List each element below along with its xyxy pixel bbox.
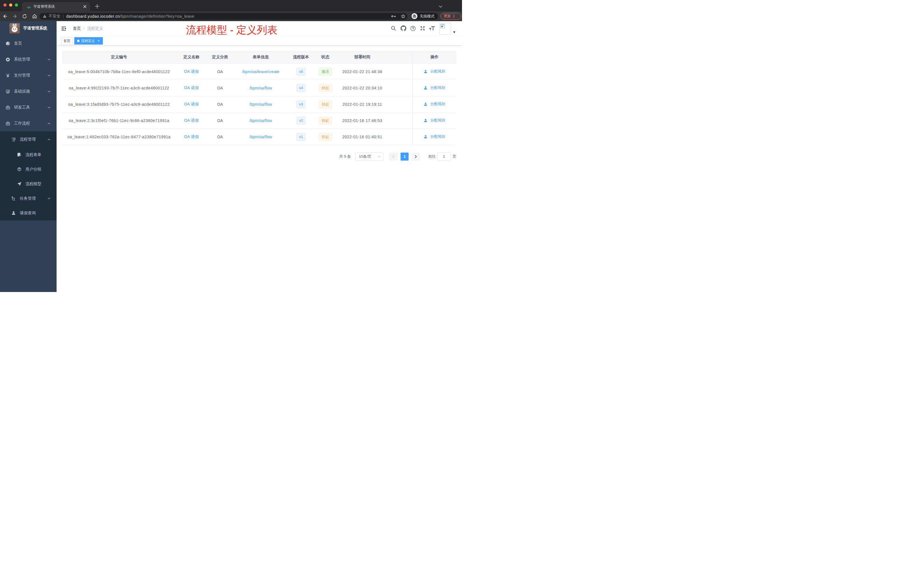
breadcrumb-home[interactable]: 首页 <box>73 26 81 31</box>
tab-close-icon[interactable] <box>82 4 87 9</box>
github-icon[interactable] <box>401 25 406 31</box>
forward-button[interactable] <box>13 14 18 19</box>
table-row: oa_leave:2:3c1f0ef1-76b1-11ec-9c66-a2380… <box>62 112 456 129</box>
bookmark-star-icon[interactable] <box>401 14 406 19</box>
sidebar-item-基础设施[interactable]: 基础设施 <box>0 83 56 99</box>
sidebar-item-用户分组[interactable]: 用户分组 <box>0 162 56 177</box>
toolbox-icon <box>6 106 10 110</box>
browser-menu-dots-icon[interactable] <box>454 15 454 18</box>
browser-tab[interactable]: 芋道管理系统 <box>22 2 90 11</box>
user-avatar-broken-image[interactable] <box>439 23 451 35</box>
chevron-down-icon <box>48 106 51 109</box>
form-link[interactable]: /bpm/oa/flow <box>249 102 272 107</box>
sidebar-item-label: 请假查询 <box>20 211 36 216</box>
sidebar-item-研发工具[interactable]: 研发工具 <box>0 99 56 115</box>
next-page-button[interactable] <box>411 153 420 160</box>
assign-rule-button[interactable]: 分配规则 <box>424 134 445 139</box>
sidebar-item-任务管理[interactable]: 任务管理 <box>0 191 56 206</box>
window-zoom-button[interactable] <box>15 3 18 7</box>
tab-search-chevron-icon[interactable] <box>438 4 443 9</box>
goto-label: 前往 <box>428 154 436 159</box>
sidebar-item-支付管理[interactable]: 支付管理 <box>0 68 56 83</box>
sidebar-item-首页[interactable]: 首页 <box>0 35 56 51</box>
form-link[interactable]: /bpm/oa/flow <box>249 135 272 139</box>
form-link[interactable]: /bpm/oa/flow <box>249 86 272 90</box>
sidebar-item-系统管理[interactable]: 系统管理 <box>0 51 56 68</box>
assign-rule-button[interactable]: 分配规则 <box>424 69 445 74</box>
status-tag: 挂起 <box>314 112 337 129</box>
form-link[interactable]: /bpm/oa/leave/create <box>242 69 279 74</box>
app-title: 芋道管理系统 <box>23 26 47 31</box>
home-button[interactable] <box>32 14 37 19</box>
sidebar-item-label: 研发工具 <box>14 105 30 110</box>
window-close-button[interactable] <box>3 3 7 7</box>
definition-name-link[interactable]: OA 请假 <box>184 69 198 74</box>
sidebar-item-工作流程[interactable]: 工作流程 <box>0 115 56 132</box>
deploy-time: 2022-01-16 17:46:53 <box>337 112 388 129</box>
definition-id: oa_leave:4:991f2193-7b7f-11ec-a3c8-acde4… <box>62 80 176 96</box>
form-link[interactable]: /bpm/oa/flow <box>249 118 272 123</box>
operation-cell: 分配规则 <box>412 112 456 129</box>
back-button[interactable] <box>2 14 7 19</box>
browser-update-button[interactable]: 更新 <box>440 13 461 20</box>
assign-rule-button[interactable]: 分配规则 <box>424 118 445 123</box>
new-tab-button[interactable] <box>94 4 100 9</box>
window-minimize-button[interactable] <box>9 3 12 7</box>
assign-rule-button[interactable]: 分配规则 <box>424 101 445 107</box>
column-header: 部署时间 <box>337 51 388 63</box>
password-key-icon[interactable] <box>391 14 396 19</box>
version-tag: v5 <box>289 63 314 80</box>
table-filler <box>388 51 412 63</box>
fullscreen-icon[interactable] <box>420 26 425 31</box>
version-tag: v3 <box>289 96 314 112</box>
avatar-dropdown-caret-icon[interactable] <box>453 31 455 33</box>
update-label[interactable]: 更新 <box>444 14 451 18</box>
top-navbar: 首页 / 流程定义 流程模型 - 定义列表 <box>56 21 462 36</box>
sidebar-collapse-icon[interactable] <box>61 26 66 31</box>
url-text[interactable]: dashboard.yudao.iocoder.cn/bpm/manager/d… <box>66 14 195 18</box>
breadcrumb: 首页 / 流程定义 <box>73 21 103 36</box>
chevron-up-icon <box>48 138 51 141</box>
prev-page-button[interactable] <box>389 153 398 160</box>
security-label[interactable]: 不安全 <box>49 14 61 19</box>
chevron-down-icon <box>48 90 51 93</box>
column-header: 流程版本 <box>289 51 314 63</box>
assign-rule-label: 分配规则 <box>430 69 445 74</box>
sidebar-item-流程表单[interactable]: 流程表单 <box>0 147 56 162</box>
sidebar-item-label: 系统管理 <box>14 57 30 62</box>
definition-name-link[interactable]: OA 请假 <box>184 102 198 106</box>
sidebar-item-流程管理[interactable]: 流程管理 <box>0 132 56 147</box>
goto-page-input[interactable]: 1 <box>437 153 450 160</box>
form-link: /bpm/oa/flow <box>233 129 289 145</box>
tag-首页[interactable]: 首页 <box>61 37 73 45</box>
help-icon[interactable] <box>410 26 416 31</box>
sidebar-item-请假查询[interactable]: 请假查询 <box>0 206 56 220</box>
definition-name-link[interactable]: OA 请假 <box>184 134 198 139</box>
status-tag: 挂起 <box>319 117 332 125</box>
search-icon[interactable] <box>391 26 396 31</box>
sidebar-logo[interactable]: 芋道管理系统 <box>0 21 56 35</box>
definition-name-link: OA 请假 <box>176 80 207 96</box>
status-tag: 挂起 <box>314 129 337 145</box>
tag-流程定义[interactable]: 流程定义× <box>74 37 103 45</box>
flow-tree-icon <box>12 196 16 201</box>
tag-close-icon[interactable]: × <box>97 39 101 43</box>
page-size-select[interactable]: 10条/页 <box>355 153 384 160</box>
table-filler <box>388 63 412 80</box>
page-number-current[interactable]: 1 <box>401 153 409 160</box>
definition-category: OA <box>207 112 233 129</box>
definition-name-link[interactable]: OA 请假 <box>184 86 198 90</box>
reload-button[interactable] <box>22 14 27 19</box>
yen-icon <box>6 73 10 78</box>
sidebar-item-label: 流程模型 <box>25 181 41 186</box>
version-tag: v4 <box>296 84 306 92</box>
table-row: oa_leave:4:991f2193-7b7f-11ec-a3c8-acde4… <box>62 80 456 96</box>
sidebar-item-流程模型[interactable]: 流程模型 <box>0 177 56 191</box>
operation-cell: 分配规则 <box>412 63 456 80</box>
assign-rule-button[interactable]: 分配规则 <box>424 85 445 90</box>
tree-list-icon <box>12 137 16 142</box>
person-icon <box>424 70 429 73</box>
font-size-icon[interactable] <box>429 25 435 31</box>
address-bar[interactable]: 不安全 dashboard.yudao.iocoder.cn/bpm/manag… <box>40 13 408 20</box>
definition-name-link[interactable]: OA 请假 <box>184 118 198 122</box>
